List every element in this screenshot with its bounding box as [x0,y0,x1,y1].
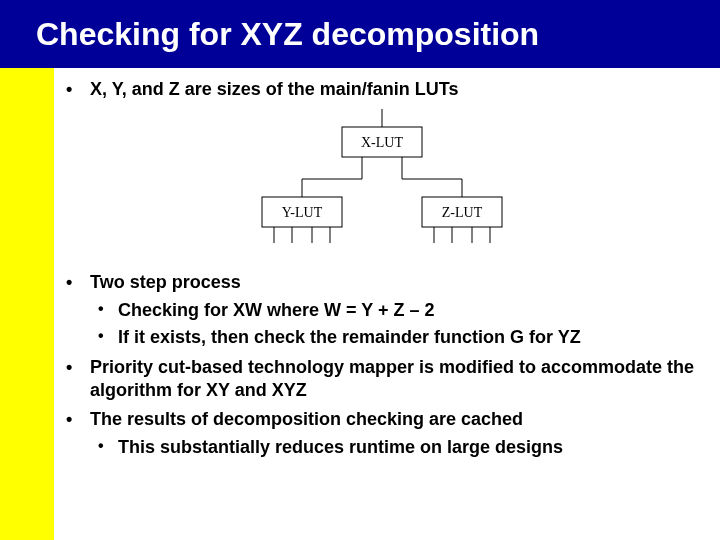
diagram-svg: X-LUT Y-LUT Z-LUT [202,109,562,249]
xlut-label: X-LUT [361,135,403,150]
zlut-label: Z-LUT [442,205,483,220]
bullet-2b: If it exists, then check the remainder f… [90,326,702,349]
slide-content: X, Y, and Z are sizes of the main/fanin … [62,78,702,465]
slide-title: Checking for XYZ decomposition [36,16,539,53]
sub-list-4: This substantially reduces runtime on la… [90,436,702,459]
bullet-list: X, Y, and Z are sizes of the main/fanin … [62,78,702,101]
bullet-4: The results of decomposition checking ar… [62,408,702,459]
bullet-list-2: Two step process Checking for XW where W… [62,271,702,459]
bullet-2: Two step process Checking for XW where W… [62,271,702,349]
bullet-4a: This substantially reduces runtime on la… [90,436,702,459]
ylut-label: Y-LUT [282,205,323,220]
lut-diagram: X-LUT Y-LUT Z-LUT [202,109,562,253]
sidebar-accent [0,68,54,540]
bullet-1: X, Y, and Z are sizes of the main/fanin … [62,78,702,101]
title-bar: Checking for XYZ decomposition [0,0,720,68]
bullet-3: Priority cut-based technology mapper is … [62,356,702,403]
bullet-2a: Checking for XW where W = Y + Z – 2 [90,299,702,322]
bullet-4-text: The results of decomposition checking ar… [90,409,523,429]
bullet-2-text: Two step process [90,272,241,292]
slide: Checking for XYZ decomposition X, Y, and… [0,0,720,540]
sub-list-2: Checking for XW where W = Y + Z – 2 If i… [90,299,702,350]
